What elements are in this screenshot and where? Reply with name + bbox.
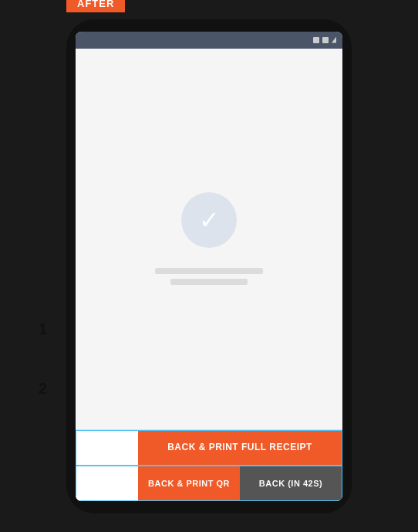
back-timer-button[interactable]: BACK (IN 42S) (240, 466, 342, 500)
annotation-2: 2 (39, 380, 57, 398)
signal-icon (332, 37, 336, 43)
screen-bottom: BACK & PRINT FULL RECEIPT BACK & PRINT Q… (76, 429, 342, 501)
row-1-box: BACK & PRINT FULL RECEIPT (76, 430, 342, 466)
checkmark-icon: ✓ (199, 208, 220, 232)
receipt-line-short (170, 279, 248, 285)
receipt-lines (155, 268, 263, 285)
row-1-left-space (76, 431, 138, 465)
receipt-line-long (155, 268, 263, 274)
back-print-full-button[interactable]: BACK & PRINT FULL RECEIPT (138, 431, 342, 465)
row-2-left-space (76, 466, 138, 500)
back-print-qr-button[interactable]: BACK & PRINT QR (138, 466, 240, 500)
row-2-box: BACK & PRINT QR BACK (IN 42S) (76, 466, 342, 501)
status-bar (76, 32, 342, 49)
annotation-1: 1 (39, 320, 57, 338)
screen-content: ✓ (76, 49, 342, 429)
battery-icon (313, 37, 319, 43)
success-circle: ✓ (181, 192, 237, 248)
phone-frame: AFTER ✓ (66, 19, 352, 513)
after-label: AFTER (66, 0, 125, 12)
wifi-icon (322, 37, 329, 43)
phone-screen: ✓ BACK & PRINT FULL RECEIPT (76, 32, 342, 501)
